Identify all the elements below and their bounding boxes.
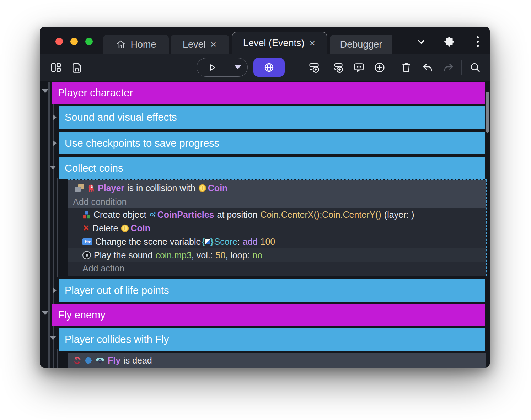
kebab-menu-icon[interactable]: [471, 34, 485, 49]
fly-object-icon: [95, 357, 105, 364]
add-comment-icon[interactable]: [353, 61, 365, 74]
operator: add: [243, 237, 258, 247]
close-tab-icon[interactable]: ×: [210, 39, 217, 49]
tab-level[interactable]: Level ×: [171, 35, 229, 54]
colon: :: [237, 237, 240, 247]
collapse-arrow[interactable]: [50, 336, 56, 340]
event-sheet: Player character Sound and visual effect…: [40, 81, 490, 368]
expand-arrow[interactable]: [53, 287, 57, 294]
group-label: Player out of life points: [65, 285, 169, 296]
indent-guide: [44, 81, 44, 368]
zoom-window-button[interactable]: [85, 38, 93, 45]
tab-label: Level (Events): [243, 38, 305, 49]
panel-layout-icon[interactable]: [49, 61, 62, 74]
tab-label: Debugger: [340, 39, 382, 50]
actions-area: Create object CoinParticles at position …: [68, 208, 486, 276]
collapse-arrow[interactable]: [50, 166, 56, 169]
sound-icon: [82, 251, 91, 259]
player-object-icon: [87, 184, 95, 192]
object-name: Player: [98, 183, 124, 193]
action-text: Delete: [92, 223, 118, 233]
object-name: CoinParticles: [157, 210, 214, 220]
globe-icon: [263, 62, 275, 73]
action-create-object[interactable]: Create object CoinParticles at position …: [68, 208, 486, 221]
action-change-variable[interactable]: Var Change the scene variable Score : ad…: [68, 235, 486, 248]
preview-button-group: [197, 58, 248, 77]
loop-value: no: [253, 250, 263, 260]
indent-guide: [42, 81, 42, 368]
add-action-button[interactable]: Add action: [68, 262, 486, 275]
trash-icon[interactable]: [400, 61, 413, 74]
action-text: at position: [217, 210, 257, 220]
condition-text: is in collision with: [127, 183, 195, 193]
volume-value: 50: [216, 250, 226, 260]
coin-object-icon: [121, 224, 129, 232]
close-tab-icon[interactable]: ×: [309, 38, 316, 48]
variable-icon: Var: [82, 238, 92, 245]
tab-level-events[interactable]: Level (Events) ×: [232, 32, 327, 54]
caret-down-icon: [235, 65, 241, 69]
minimize-window-button[interactable]: [70, 38, 78, 45]
expand-arrow[interactable]: [53, 140, 57, 146]
action-text: , vol.:: [192, 250, 213, 260]
create-object-icon: [82, 211, 91, 219]
group-player-collides-fly[interactable]: Player collides with Fly: [59, 328, 485, 351]
group-label: Player character: [58, 87, 133, 99]
coin-object-icon: [198, 184, 206, 192]
event-spine: [57, 178, 58, 277]
play-preview-button[interactable]: [197, 58, 228, 76]
add-condition-button[interactable]: Add condition: [68, 196, 486, 208]
layer-text: (layer: ): [384, 210, 414, 220]
group-label: Collect coins: [65, 162, 123, 174]
action-delete[interactable]: ✕ Delete Coin: [68, 221, 486, 235]
close-window-button[interactable]: [55, 38, 63, 45]
variable-name: Score: [214, 237, 237, 247]
action-text: , loop:: [225, 250, 250, 260]
undo-icon[interactable]: [421, 61, 434, 74]
circle-plus-icon[interactable]: [373, 61, 386, 74]
toolbar: [40, 54, 490, 81]
sound-file: coin.mp3: [155, 250, 191, 260]
tab-label: Home: [130, 39, 156, 50]
collision-icon: [75, 184, 84, 192]
collapse-arrow[interactable]: [42, 311, 48, 315]
home-icon: [116, 39, 126, 50]
group-out-of-life[interactable]: Player out of life points: [59, 279, 485, 302]
group-fly-enemy[interactable]: Fly enemy: [52, 304, 485, 326]
group-label: Sound and visual effects: [65, 112, 177, 123]
condition-fly-is-dead[interactable]: G Fly is dead: [68, 353, 486, 368]
action-text: Play the sound: [94, 250, 152, 260]
condition-player-collision[interactable]: Player is in collision with Coin: [68, 180, 486, 196]
group-checkpoints[interactable]: Use checkpoints to save progress: [59, 132, 485, 154]
tab-label: Level: [183, 39, 206, 50]
redo-icon[interactable]: [442, 61, 455, 74]
add-event-icon[interactable]: [308, 61, 321, 74]
save-icon[interactable]: [70, 61, 83, 74]
extensions-puzzle-icon[interactable]: [442, 34, 456, 49]
action-play-sound[interactable]: Play the sound coin.mp3 , vol.: 50 , loo…: [68, 248, 486, 262]
preview-options-dropdown[interactable]: [228, 58, 247, 76]
delete-cross-icon: ✕: [82, 224, 90, 232]
app-window: Home Level × Level (Events) × Debugger: [40, 27, 490, 368]
expression: Coin.CenterX();Coin.CenterY(): [260, 210, 381, 220]
add-subevent-icon[interactable]: [332, 61, 345, 74]
group-label: Use checkpoints to save progress: [65, 138, 219, 149]
event-coin-collision[interactable]: Player is in collision with Coin Add con…: [68, 179, 487, 276]
group-label: Player collides with Fly: [65, 334, 169, 345]
object-name: Coin: [208, 183, 228, 193]
group-player-character[interactable]: Player character: [52, 82, 485, 104]
network-preview-button[interactable]: [253, 58, 285, 77]
expand-arrow[interactable]: [53, 114, 57, 120]
collapse-arrow[interactable]: [42, 89, 48, 93]
particles-object-icon: [149, 211, 156, 218]
condition-text: is dead: [123, 355, 152, 366]
search-icon[interactable]: [469, 61, 482, 74]
tab-debugger[interactable]: Debugger: [330, 35, 392, 54]
group-collect-coins[interactable]: Collect coins: [59, 157, 485, 179]
tab-bar: Home Level × Level (Events) × Debugger: [40, 27, 490, 54]
group-sound-effects[interactable]: Sound and visual effects: [59, 106, 485, 129]
chevron-down-icon[interactable]: [414, 34, 428, 49]
tab-home[interactable]: Home: [103, 35, 169, 54]
group-label: Fly enemy: [58, 309, 106, 321]
scrollbar-thumb[interactable]: [486, 92, 489, 133]
